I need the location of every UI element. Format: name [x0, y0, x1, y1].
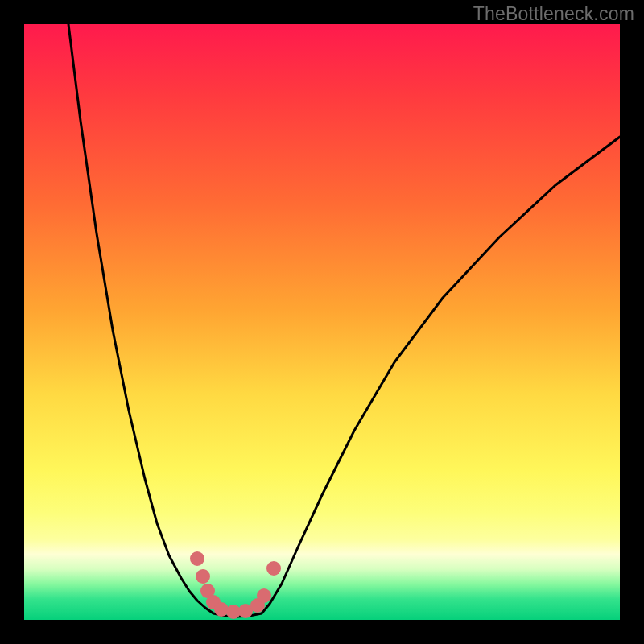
bottom-marker-cluster: [190, 551, 281, 619]
marker-dot: [190, 551, 204, 566]
curve-overlay: [24, 24, 620, 620]
marker-dot: [214, 602, 229, 617]
marker-dot: [257, 588, 271, 603]
plot-frame: [24, 24, 620, 620]
bottleneck-curve: [68, 24, 620, 617]
marker-dot: [196, 569, 210, 584]
watermark-text: TheBottleneck.com: [473, 3, 634, 25]
marker-dot: [266, 561, 281, 576]
